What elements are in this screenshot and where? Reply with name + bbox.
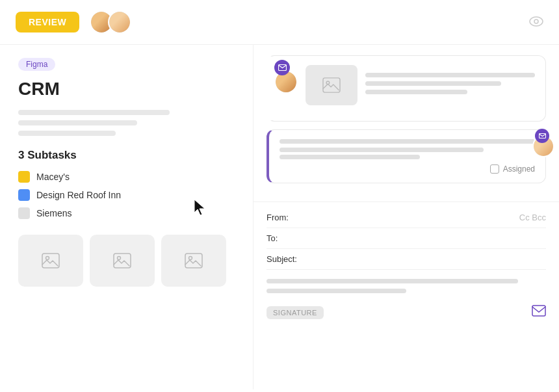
email-divider-3	[266, 269, 546, 270]
message-area: Assigned	[254, 45, 559, 202]
cc-bcc: Cc Bcc	[519, 213, 546, 222]
desc-line-3	[18, 131, 116, 136]
figma-badge: Figma	[18, 58, 55, 71]
card-1-header	[280, 65, 535, 105]
card-line	[365, 81, 501, 86]
left-panel: Figma CRM 3 Subtasks Macey's Design Red …	[0, 45, 254, 389]
review-button[interactable]: REVIEW	[16, 12, 79, 33]
card-line	[280, 155, 420, 159]
crm-title: CRM	[18, 79, 235, 99]
list-item: Siemens	[18, 207, 235, 219]
subtask-label-1: Macey's	[36, 172, 70, 182]
compose-footer: SIGNATURE	[266, 304, 546, 322]
from-label: From:	[266, 213, 302, 222]
email-compose: From: Cc Bcc To: Subject: SIGNATURE	[254, 202, 559, 389]
signature-badge: SIGNATURE	[266, 306, 324, 319]
compose-line	[266, 289, 406, 293]
card-1-body	[306, 65, 535, 105]
header-left: REVIEW	[16, 10, 131, 34]
header: REVIEW	[0, 0, 559, 45]
message-card-2: Assigned	[266, 129, 546, 183]
email-from-field: From: Cc Bcc	[266, 213, 546, 222]
list-item: Macey's	[18, 171, 235, 183]
subtasks-title: 3 Subtasks	[18, 149, 235, 162]
card-1-lines	[365, 73, 535, 98]
card-line	[280, 139, 535, 144]
thumbnails	[18, 235, 235, 287]
subtask-icon-yellow	[18, 171, 30, 183]
card-2-email-badge	[535, 129, 549, 143]
email-divider-2	[266, 248, 546, 249]
card-1-image	[306, 65, 358, 105]
avatars	[90, 10, 131, 34]
compose-lines	[266, 279, 546, 293]
compose-line	[266, 279, 518, 283]
svg-rect-6	[185, 254, 202, 268]
desc-line-2	[18, 120, 137, 125]
thumbnail-2	[90, 235, 155, 287]
svg-point-7	[189, 257, 192, 260]
svg-point-0	[530, 17, 543, 26]
svg-rect-9	[323, 78, 340, 92]
subtask-icon-gray	[18, 207, 30, 219]
eye-icon[interactable]	[529, 15, 543, 30]
main: Figma CRM 3 Subtasks Macey's Design Red …	[0, 45, 559, 389]
avatar-2	[108, 10, 131, 34]
email-to-field: To:	[266, 233, 546, 243]
email-subject-field: Subject:	[266, 254, 546, 264]
right-panel: Assigned From:	[254, 45, 559, 389]
list-item: Design Red Roof Inn	[18, 189, 235, 201]
to-label: To:	[266, 233, 302, 243]
assigned-checkbox[interactable]	[490, 164, 499, 174]
assigned-row: Assigned	[280, 164, 535, 174]
email-icon-1	[274, 60, 290, 75]
msg-avatar-outer-1	[280, 65, 298, 94]
svg-point-5	[118, 257, 121, 260]
description-lines	[18, 110, 235, 136]
subject-label: Subject:	[266, 254, 302, 264]
svg-point-1	[534, 20, 538, 23]
subtask-label-3: Siemens	[36, 208, 72, 218]
subtask-list: Macey's Design Red Roof Inn Siemens	[18, 171, 235, 219]
thumbnail-3	[161, 235, 226, 287]
card-2-lines	[280, 139, 535, 159]
thumbnail-1	[18, 235, 83, 287]
assigned-label: Assigned	[503, 164, 535, 174]
card-line	[365, 73, 535, 77]
svg-rect-12	[532, 306, 545, 316]
card-2-avatar-container	[538, 135, 554, 157]
subtask-icon-blue	[18, 189, 30, 201]
card-line	[365, 90, 467, 94]
svg-point-10	[326, 81, 330, 85]
svg-point-3	[46, 257, 49, 260]
desc-line-1	[18, 110, 170, 115]
email-divider-1	[266, 228, 546, 228]
subtask-label-2: Design Red Roof Inn	[36, 190, 121, 200]
svg-rect-2	[42, 254, 59, 268]
card-line	[280, 148, 484, 152]
send-icon[interactable]	[532, 304, 546, 322]
svg-rect-4	[114, 254, 131, 268]
message-card-1	[266, 55, 546, 122]
